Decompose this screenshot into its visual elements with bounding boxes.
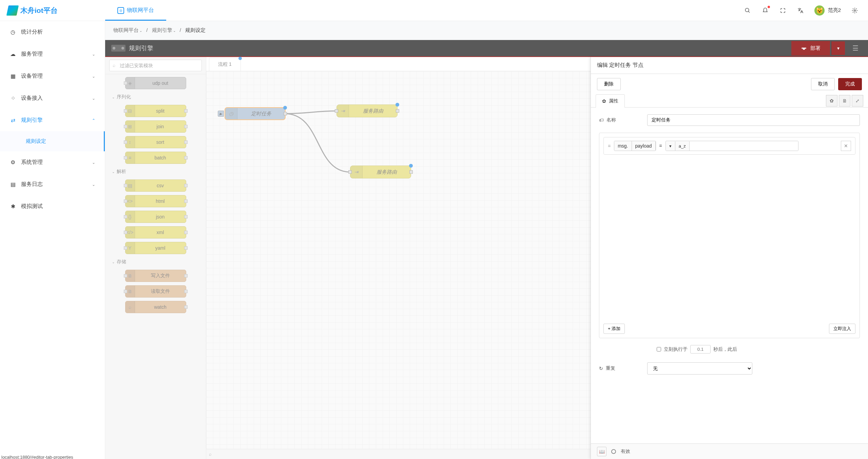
palette-node[interactable]: 🗎写入文件: [125, 270, 186, 282]
palette-list[interactable]: ◈udp out ⌄序列化 ⊟split ⊞join ↕sort ≡batch …: [105, 74, 206, 459]
user-menu[interactable]: 😺 范亮2: [814, 5, 841, 16]
search-icon[interactable]: [744, 7, 751, 14]
chevron-up-icon: ⌃: [92, 118, 95, 123]
top-tabs: ◎ 物联网平台: [105, 0, 166, 21]
flow-editor: 规则引擎 部署 ▾ ☰: [105, 40, 868, 459]
editor-menu-button[interactable]: ☰: [846, 44, 862, 52]
top-header: 木舟iot平台 ◎ 物联网平台 😺 范亮2: [0, 0, 868, 21]
nav-statistics[interactable]: ◷统计分析: [0, 21, 105, 43]
brand: 木舟iot平台: [0, 5, 105, 16]
palette-node[interactable]: Yyaml: [125, 242, 186, 254]
inject-once-checkbox[interactable]: [657, 347, 661, 351]
palette-node[interactable]: {}json: [125, 211, 186, 223]
fullscreen-icon[interactable]: [779, 7, 787, 14]
palette-category[interactable]: ⌄序列化: [105, 89, 206, 105]
palette-node[interactable]: ▤csv: [125, 179, 186, 192]
editor-header-right: 部署 ▾ ☰: [791, 41, 862, 56]
canvas-node-inject[interactable]: ▶ ◷ 定时任务: [225, 107, 286, 120]
deploy-button[interactable]: 部署: [791, 41, 830, 56]
search-icon: ⌕: [113, 62, 115, 68]
palette-search-input[interactable]: [109, 60, 202, 71]
name-input[interactable]: [647, 114, 860, 126]
tab-appearance-button[interactable]: ✿: [826, 95, 837, 107]
canvas-node-route[interactable]: ⇥ 服务路由: [336, 104, 398, 117]
breadcrumb-item[interactable]: 规则引擎: [152, 27, 172, 33]
notification-icon[interactable]: [761, 7, 769, 14]
nav-rules-engine[interactable]: ⇄规则引擎⌃: [0, 109, 105, 131]
flow-icon: ⇄: [9, 117, 16, 124]
nav-devices[interactable]: ▦设备管理⌄: [0, 65, 105, 87]
palette-node[interactable]: </>xml: [125, 226, 186, 238]
delete-button[interactable]: 删除: [597, 78, 621, 90]
cancel-button[interactable]: 取消: [811, 78, 835, 90]
bug-icon: ✱: [9, 203, 16, 210]
changed-dot-icon: [238, 57, 242, 60]
gear-icon: ✿: [602, 98, 606, 104]
add-row-button[interactable]: + 添加: [603, 324, 625, 334]
tab-properties[interactable]: ✿属性: [596, 94, 625, 108]
refresh-icon: ↻: [599, 366, 603, 371]
tab-expand-button[interactable]: ⤢: [852, 95, 863, 107]
chevron-down-icon: ⌄: [92, 74, 95, 79]
edit-panel-footer: 📖 有效: [591, 443, 868, 459]
repeat-row: ↻重复 无: [599, 362, 860, 375]
nav-services[interactable]: ☁服务管理⌄: [0, 43, 105, 65]
breadcrumb-item[interactable]: 物联网平台: [113, 27, 139, 33]
drag-handle-icon[interactable]: ≡: [608, 143, 611, 149]
palette-node[interactable]: 🗎读取文件: [125, 285, 186, 298]
chevron-down-icon: ⌄: [92, 182, 95, 187]
header-actions: 😺 范亮2: [744, 5, 868, 16]
status-radio-icon: [611, 449, 616, 454]
route-icon: ⇥: [350, 166, 363, 178]
flow-tab[interactable]: 流程 1: [209, 58, 241, 71]
breadcrumb-current: 规则设定: [185, 27, 206, 33]
settings-icon[interactable]: [851, 7, 859, 14]
palette-node[interactable]: ⌕watch: [125, 301, 186, 313]
nav-simulation[interactable]: ✱模拟测试: [0, 195, 105, 217]
type-select-button[interactable]: ▾: [666, 141, 675, 151]
msg-path-input[interactable]: msg. payload: [614, 141, 656, 151]
done-button[interactable]: 完成: [838, 78, 862, 90]
avatar-icon: 😺: [814, 5, 825, 16]
nav-access[interactable]: ⁘设备接入⌄: [0, 87, 105, 109]
edit-panel-actions: 删除 取消 完成: [591, 74, 868, 94]
flow-logo-icon: [111, 45, 126, 52]
search-icon[interactable]: ⌕: [209, 452, 212, 457]
palette-category[interactable]: ⌄解析: [105, 164, 206, 179]
edit-panel: 编辑 定时任务 节点 删除 取消 完成 ✿属性 ✿ 🗎: [591, 57, 868, 459]
msg-value-input[interactable]: ▾ a_z: [666, 141, 798, 151]
nav-rules-settings[interactable]: 规则设定: [0, 131, 105, 151]
name-row: 🏷名称: [599, 114, 860, 126]
main-area: 物联网平台⌄ / 规则引擎⌄ / 规则设定 规则引擎 部署: [105, 21, 868, 459]
deploy-menu-button[interactable]: ▾: [831, 41, 845, 55]
palette-node[interactable]: ≡batch: [125, 152, 186, 164]
body: ◷统计分析 ☁服务管理⌄ ▦设备管理⌄ ⁘设备接入⌄ ⇄规则引擎⌃ 规则设定 ⚙…: [0, 21, 868, 459]
help-button[interactable]: 📖: [597, 447, 606, 456]
type-hint: a_z: [675, 141, 690, 151]
edit-panel-body: 🏷名称 ≡ msg. payload: [591, 108, 868, 443]
editor-title: 规则引擎: [111, 44, 153, 52]
app-root: 木舟iot平台 ◎ 物联网平台 😺 范亮2 ◷统计分析 ☁服务管理⌄ ▦设备管理…: [0, 0, 868, 459]
palette-node[interactable]: ⊟split: [125, 105, 186, 117]
changed-dot-icon: [396, 103, 399, 107]
brand-text: 木舟iot平台: [20, 6, 58, 15]
language-icon[interactable]: [797, 7, 804, 14]
palette-node[interactable]: ◈udp out: [125, 77, 186, 89]
inject-delay-input[interactable]: [690, 345, 711, 353]
inject-now-button[interactable]: 立即注入: [829, 324, 855, 334]
canvas-node-route[interactable]: ⇥ 服务路由: [350, 166, 411, 178]
tab-description-button[interactable]: 🗎: [839, 95, 850, 107]
palette-node[interactable]: <>html: [125, 195, 186, 207]
palette-node[interactable]: ⊞join: [125, 120, 186, 133]
palette-category[interactable]: ⌄存储: [105, 254, 206, 270]
nav-logs[interactable]: ▤服务日志⌄: [0, 173, 105, 195]
value-input[interactable]: [690, 141, 798, 151]
inject-trigger-button[interactable]: ▶: [218, 111, 224, 117]
top-tab-label: 物联网平台: [127, 7, 154, 14]
palette-node[interactable]: ↕sort: [125, 136, 186, 148]
top-tab-iot[interactable]: ◎ 物联网平台: [105, 0, 166, 21]
repeat-select[interactable]: 无: [647, 362, 752, 375]
nav-system[interactable]: ⚙系统管理⌄: [0, 151, 105, 173]
svg-rect-2: [802, 48, 806, 49]
remove-row-button[interactable]: ✕: [841, 141, 851, 151]
